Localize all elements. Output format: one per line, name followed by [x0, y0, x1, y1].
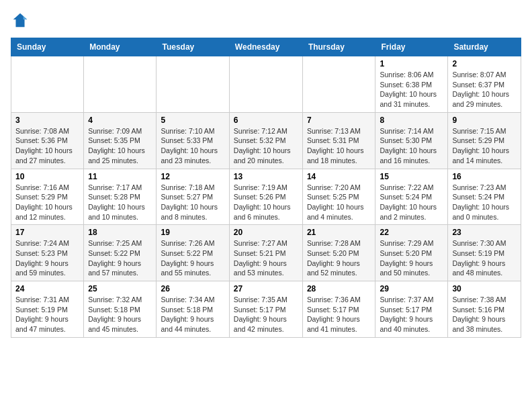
day-info: Sunrise: 7:18 AM Sunset: 5:27 PM Dayligh… [161, 183, 224, 222]
day-of-week-header: Sunday [11, 38, 84, 56]
calendar-cell: 14Sunrise: 7:20 AM Sunset: 5:25 PM Dayli… [302, 169, 375, 225]
calendar-cell: 23Sunrise: 7:30 AM Sunset: 5:19 PM Dayli… [448, 225, 521, 281]
day-info: Sunrise: 7:19 AM Sunset: 5:26 PM Dayligh… [234, 183, 298, 222]
calendar-cell: 1Sunrise: 8:06 AM Sunset: 6:38 PM Daylig… [375, 56, 448, 113]
day-info: Sunrise: 7:26 AM Sunset: 5:22 PM Dayligh… [161, 238, 224, 278]
day-info: Sunrise: 7:08 AM Sunset: 5:36 PM Dayligh… [15, 126, 79, 166]
calendar-week-row: 3Sunrise: 7:08 AM Sunset: 5:36 PM Daylig… [11, 112, 521, 169]
calendar-cell: 15Sunrise: 7:22 AM Sunset: 5:24 PM Dayli… [375, 169, 448, 225]
calendar-table: SundayMondayTuesdayWednesdayThursdayFrid… [11, 38, 521, 338]
calendar-cell: 28Sunrise: 7:36 AM Sunset: 5:17 PM Dayli… [302, 281, 375, 338]
day-number: 8 [380, 116, 443, 125]
day-of-week-header: Wednesday [229, 38, 302, 56]
calendar-week-row: 24Sunrise: 7:31 AM Sunset: 5:19 PM Dayli… [11, 281, 521, 338]
day-info: Sunrise: 7:28 AM Sunset: 5:20 PM Dayligh… [307, 238, 371, 278]
day-number: 30 [452, 284, 517, 293]
calendar-cell: 11Sunrise: 7:17 AM Sunset: 5:28 PM Dayli… [84, 169, 157, 225]
day-info: Sunrise: 7:24 AM Sunset: 5:23 PM Dayligh… [15, 238, 79, 278]
calendar-cell: 13Sunrise: 7:19 AM Sunset: 5:26 PM Dayli… [229, 169, 302, 225]
day-info: Sunrise: 7:27 AM Sunset: 5:21 PM Dayligh… [234, 238, 298, 278]
day-number: 24 [15, 284, 79, 293]
day-number: 2 [452, 59, 517, 68]
page-header [11, 11, 521, 30]
calendar-cell [84, 56, 157, 113]
calendar-cell: 12Sunrise: 7:18 AM Sunset: 5:27 PM Dayli… [157, 169, 229, 225]
day-number: 1 [380, 59, 443, 68]
day-info: Sunrise: 7:17 AM Sunset: 5:28 PM Dayligh… [88, 183, 152, 222]
day-info: Sunrise: 7:25 AM Sunset: 5:22 PM Dayligh… [88, 238, 152, 278]
day-of-week-header: Friday [375, 38, 448, 56]
day-number: 15 [380, 172, 443, 181]
day-info: Sunrise: 7:36 AM Sunset: 5:17 PM Dayligh… [307, 295, 371, 334]
calendar-cell [229, 56, 302, 113]
day-number: 17 [15, 228, 79, 237]
calendar-cell: 18Sunrise: 7:25 AM Sunset: 5:22 PM Dayli… [84, 225, 157, 281]
day-info: Sunrise: 7:31 AM Sunset: 5:19 PM Dayligh… [15, 295, 79, 334]
day-info: Sunrise: 7:29 AM Sunset: 5:20 PM Dayligh… [380, 238, 443, 278]
calendar-cell [302, 56, 375, 113]
calendar-cell: 7Sunrise: 7:13 AM Sunset: 5:31 PM Daylig… [302, 112, 375, 169]
calendar-cell: 25Sunrise: 7:32 AM Sunset: 5:18 PM Dayli… [84, 281, 157, 338]
calendar-cell: 19Sunrise: 7:26 AM Sunset: 5:22 PM Dayli… [157, 225, 229, 281]
calendar-week-row: 17Sunrise: 7:24 AM Sunset: 5:23 PM Dayli… [11, 225, 521, 281]
day-info: Sunrise: 7:14 AM Sunset: 5:30 PM Dayligh… [380, 126, 443, 166]
day-number: 11 [88, 172, 152, 181]
day-number: 13 [234, 172, 298, 181]
calendar-cell: 21Sunrise: 7:28 AM Sunset: 5:20 PM Dayli… [302, 225, 375, 281]
day-info: Sunrise: 7:20 AM Sunset: 5:25 PM Dayligh… [307, 183, 371, 222]
day-info: Sunrise: 7:37 AM Sunset: 5:17 PM Dayligh… [380, 295, 443, 334]
day-number: 10 [15, 172, 79, 181]
day-number: 7 [307, 116, 371, 125]
day-info: Sunrise: 7:23 AM Sunset: 5:24 PM Dayligh… [452, 183, 517, 222]
day-info: Sunrise: 7:38 AM Sunset: 5:16 PM Dayligh… [452, 295, 517, 334]
day-number: 22 [380, 228, 443, 237]
day-number: 29 [380, 284, 443, 293]
day-number: 23 [452, 228, 517, 237]
calendar-cell [11, 56, 84, 113]
calendar-cell: 2Sunrise: 8:07 AM Sunset: 6:37 PM Daylig… [448, 56, 521, 113]
logo-icon [11, 11, 30, 30]
day-number: 25 [88, 284, 152, 293]
calendar-cell: 27Sunrise: 7:35 AM Sunset: 5:17 PM Dayli… [229, 281, 302, 338]
day-number: 28 [307, 284, 371, 293]
day-info: Sunrise: 8:07 AM Sunset: 6:37 PM Dayligh… [452, 70, 517, 109]
day-number: 12 [161, 172, 224, 181]
calendar-cell: 16Sunrise: 7:23 AM Sunset: 5:24 PM Dayli… [448, 169, 521, 225]
calendar-cell: 20Sunrise: 7:27 AM Sunset: 5:21 PM Dayli… [229, 225, 302, 281]
day-number: 3 [15, 116, 79, 125]
day-number: 27 [234, 284, 298, 293]
day-number: 16 [452, 172, 517, 181]
calendar-cell: 30Sunrise: 7:38 AM Sunset: 5:16 PM Dayli… [448, 281, 521, 338]
day-info: Sunrise: 7:30 AM Sunset: 5:19 PM Dayligh… [452, 238, 517, 278]
calendar-cell: 9Sunrise: 7:15 AM Sunset: 5:29 PM Daylig… [448, 112, 521, 169]
logo [11, 11, 32, 30]
day-number: 19 [161, 228, 224, 237]
calendar-cell: 26Sunrise: 7:34 AM Sunset: 5:18 PM Dayli… [157, 281, 229, 338]
day-info: Sunrise: 7:09 AM Sunset: 5:35 PM Dayligh… [88, 126, 152, 166]
calendar-cell: 8Sunrise: 7:14 AM Sunset: 5:30 PM Daylig… [375, 112, 448, 169]
day-of-week-header: Saturday [448, 38, 521, 56]
day-number: 18 [88, 228, 152, 237]
calendar-week-row: 10Sunrise: 7:16 AM Sunset: 5:29 PM Dayli… [11, 169, 521, 225]
day-info: Sunrise: 7:34 AM Sunset: 5:18 PM Dayligh… [161, 295, 224, 334]
calendar-cell: 22Sunrise: 7:29 AM Sunset: 5:20 PM Dayli… [375, 225, 448, 281]
day-info: Sunrise: 7:32 AM Sunset: 5:18 PM Dayligh… [88, 295, 152, 334]
calendar-cell: 17Sunrise: 7:24 AM Sunset: 5:23 PM Dayli… [11, 225, 84, 281]
day-info: Sunrise: 7:22 AM Sunset: 5:24 PM Dayligh… [380, 183, 443, 222]
day-number: 4 [88, 116, 152, 125]
calendar-cell: 29Sunrise: 7:37 AM Sunset: 5:17 PM Dayli… [375, 281, 448, 338]
day-number: 6 [234, 116, 298, 125]
day-info: Sunrise: 7:12 AM Sunset: 5:32 PM Dayligh… [234, 126, 298, 166]
day-number: 9 [452, 116, 517, 125]
calendar-cell: 24Sunrise: 7:31 AM Sunset: 5:19 PM Dayli… [11, 281, 84, 338]
calendar-cell: 10Sunrise: 7:16 AM Sunset: 5:29 PM Dayli… [11, 169, 84, 225]
day-number: 26 [161, 284, 224, 293]
day-info: Sunrise: 8:06 AM Sunset: 6:38 PM Dayligh… [380, 70, 443, 109]
day-info: Sunrise: 7:35 AM Sunset: 5:17 PM Dayligh… [234, 295, 298, 334]
day-number: 20 [234, 228, 298, 237]
calendar-cell: 5Sunrise: 7:10 AM Sunset: 5:33 PM Daylig… [157, 112, 229, 169]
day-of-week-header: Tuesday [157, 38, 229, 56]
day-number: 5 [161, 116, 224, 125]
calendar-cell [157, 56, 229, 113]
day-of-week-header: Thursday [302, 38, 375, 56]
